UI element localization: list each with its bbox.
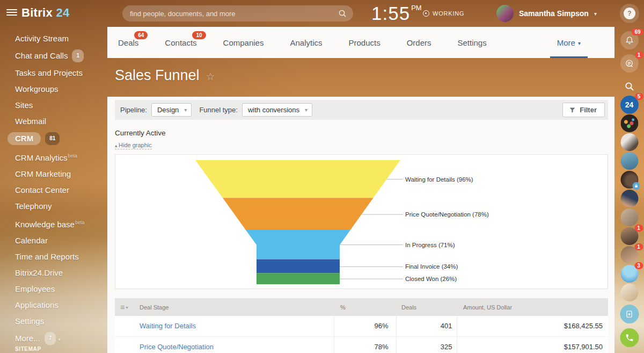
avatar-woman-dark[interactable] xyxy=(620,133,638,151)
sidebar-item-time-and-reports[interactable]: Time and Reports xyxy=(15,251,107,262)
sidebar-item-settings[interactable]: Settings xyxy=(15,316,107,327)
rail-search-button[interactable] xyxy=(623,80,636,93)
search-input[interactable] xyxy=(130,10,338,18)
percent-value: 78% xyxy=(334,336,396,353)
notification-badge: 1 xyxy=(634,243,643,250)
notification-badge: 1 xyxy=(635,52,643,59)
avatar-phone-hand[interactable] xyxy=(620,171,638,189)
notification-badge: 1 xyxy=(634,225,643,232)
filter-button[interactable]: Filter xyxy=(562,103,605,117)
nav-tab-deals[interactable]: Deals64 xyxy=(118,38,138,47)
sidebar-item-activity-stream[interactable]: Activity Stream xyxy=(15,33,107,44)
nav-tab-companies[interactable]: Companies xyxy=(223,38,264,47)
work-clock[interactable]: 1:55PM xyxy=(371,3,422,24)
funnel-segment-3[interactable] xyxy=(246,230,350,260)
deal-stage-link[interactable]: Waiting for Details xyxy=(134,316,334,336)
funnel-segment-5[interactable] xyxy=(257,273,340,284)
sitemap-link[interactable]: SITEMAP xyxy=(15,346,41,352)
chat-notifications-button[interactable]: 1 xyxy=(620,54,639,73)
favorite-star-icon[interactable]: ☆ xyxy=(206,70,215,83)
avatar-woman-arm[interactable] xyxy=(620,190,638,207)
sidebar-item-applications[interactable]: Applications xyxy=(15,300,107,311)
sidebar-item-chat-and-calls[interactable]: Chat and Calls1 xyxy=(15,49,107,62)
nav-tab-more[interactable]: More xyxy=(557,27,581,58)
sidebar-item-label: Settings xyxy=(15,316,44,326)
nav-tab-analytics[interactable]: Analytics xyxy=(290,38,322,47)
page-header: Sales Funnel☆ xyxy=(107,58,614,97)
row-icon-cell xyxy=(115,316,134,336)
phone-icon xyxy=(625,333,634,342)
filter-bar: Pipeline: Design Funnel type: with conve… xyxy=(115,100,608,120)
avatar-beach[interactable]: 3 xyxy=(620,265,638,283)
sidebar-badge: 1 xyxy=(72,49,84,62)
sidebar-item-crm-analytics[interactable]: CRM Analyticsbeta xyxy=(15,150,107,163)
chat-lines-icon xyxy=(624,59,634,69)
sidebar-item-knowledge-base[interactable]: Knowledge basebeta xyxy=(15,217,107,230)
nav-tab-settings[interactable]: Settings xyxy=(458,38,487,47)
avatar-blurred[interactable] xyxy=(620,208,638,226)
sidebar-item-label: CRM Analytics xyxy=(15,153,68,162)
beta-tag: beta xyxy=(75,220,85,225)
funnel-type-select[interactable]: with conversions xyxy=(242,103,312,117)
bitrix24-logo[interactable]: Bitrix 24 xyxy=(21,6,70,20)
funnel-segment-2[interactable] xyxy=(223,198,374,230)
call-button[interactable] xyxy=(620,328,639,347)
nav-tab-products[interactable]: Products xyxy=(348,38,380,47)
sidebar-item-contact-center[interactable]: Contact Center xyxy=(15,185,107,196)
column-header-deals[interactable]: Deals xyxy=(396,298,457,316)
sidebar-item-calendar[interactable]: Calendar xyxy=(15,235,107,246)
bitrix24-network-button[interactable]: 245 xyxy=(620,96,639,114)
avatar-man[interactable]: 1 xyxy=(620,227,638,245)
sidebar-item-more[interactable]: More...7▾ xyxy=(15,332,107,345)
sidebar-item-label: Tasks and Projects xyxy=(15,68,83,77)
menu-hamburger-icon[interactable] xyxy=(6,9,17,18)
funnel-stage-label: Waiting for Details (96%) xyxy=(405,176,473,183)
status-dot-icon xyxy=(423,10,429,17)
deal-stage-table: ≡ Deal Stage % Deals Amount, US Dollar W… xyxy=(115,298,608,353)
avatar-woman[interactable]: 1 xyxy=(620,246,638,264)
sidebar-item-webmail[interactable]: Webmail xyxy=(15,116,107,127)
screen-share-button[interactable] xyxy=(620,305,639,323)
funnel-segment-4[interactable] xyxy=(257,259,340,273)
nav-tab-orders[interactable]: Orders xyxy=(407,38,431,47)
sidebar-badge: 7 xyxy=(45,332,56,345)
user-menu[interactable]: Samantha Simpson ▾ xyxy=(496,5,597,22)
search-icon xyxy=(338,9,347,18)
left-sidebar: Activity StreamChat and Calls1Tasks and … xyxy=(0,27,107,353)
deals-value: 325 xyxy=(396,336,457,353)
sidebar-item-label: Workgroups xyxy=(15,84,58,93)
pipeline-select[interactable]: Design xyxy=(151,103,192,117)
pipeline-label: Pipeline: xyxy=(120,106,147,114)
funnel-stage-label: Closed Won (26%) xyxy=(405,276,457,282)
nav-tab-label: Deals xyxy=(118,38,138,47)
column-header-amount[interactable]: Amount, US Dollar xyxy=(457,298,608,316)
funnel-segment-1[interactable] xyxy=(195,160,400,198)
column-header-deal-stage[interactable]: Deal Stage xyxy=(134,298,334,316)
sidebar-item-crm-marketing[interactable]: CRM Marketing xyxy=(15,169,107,179)
notification-badge: 5 xyxy=(635,93,643,100)
chevron-down-icon: ▾ xyxy=(594,11,597,17)
sidebar-item-bitrix24-drive[interactable]: Bitrix24.Drive xyxy=(15,268,107,278)
sidebar-item-label: Activity Stream xyxy=(15,34,69,43)
sidebar-item-label: Contact Center xyxy=(15,185,69,194)
sidebar-item-employees[interactable]: Employees xyxy=(15,284,107,294)
bell-icon xyxy=(625,35,634,45)
global-search[interactable] xyxy=(122,5,353,21)
deal-stage-link[interactable]: Price Quote/Negotiation xyxy=(134,336,334,353)
sidebar-item-crm[interactable]: CRM81 xyxy=(15,132,107,145)
avatar-concert[interactable] xyxy=(620,114,638,132)
sidebar-item-tasks-and-projects[interactable]: Tasks and Projects xyxy=(15,68,107,78)
nav-tab-label: Companies xyxy=(223,38,264,47)
sidebar-item-workgroups[interactable]: Workgroups xyxy=(15,84,107,95)
nav-tab-contacts[interactable]: Contacts10 xyxy=(165,38,196,47)
avatar-blue-person[interactable] xyxy=(620,152,638,170)
column-header-percent[interactable]: % xyxy=(334,298,396,316)
sidebar-item-telephony[interactable]: Telephony xyxy=(15,201,107,212)
hide-graphic-toggle[interactable]: Hide graphic xyxy=(115,142,152,149)
table-settings-icon[interactable]: ≡ xyxy=(120,303,128,312)
avatar-blond-man[interactable] xyxy=(620,284,638,301)
help-button[interactable]: ? xyxy=(624,8,635,19)
working-status[interactable]: WORKING xyxy=(423,10,464,17)
notifications-bell-button[interactable]: 69 xyxy=(620,31,639,49)
sidebar-item-sites[interactable]: Sites xyxy=(15,100,107,111)
